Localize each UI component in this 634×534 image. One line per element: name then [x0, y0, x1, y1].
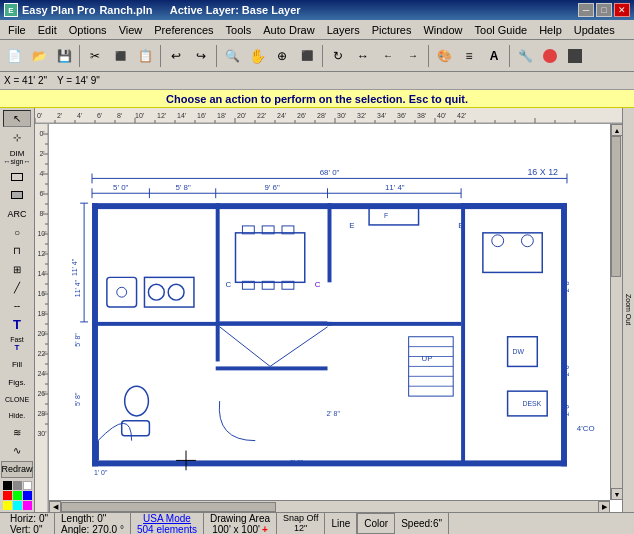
- menu-window[interactable]: Window: [417, 22, 468, 38]
- tb-save[interactable]: 💾: [52, 44, 76, 68]
- maximize-button[interactable]: □: [596, 3, 612, 17]
- tb-flip[interactable]: ↔: [351, 44, 375, 68]
- tool-window[interactable]: ⊞: [3, 260, 31, 277]
- menu-updates[interactable]: Updates: [568, 22, 621, 38]
- tool-fast-text[interactable]: FastT: [3, 334, 31, 354]
- svg-text:28': 28': [317, 112, 326, 119]
- scroll-v-track[interactable]: [611, 136, 621, 488]
- file-name: Ranch.pln: [99, 4, 152, 16]
- tool-fill[interactable]: Fill: [3, 356, 31, 373]
- svg-text:10': 10': [135, 112, 144, 119]
- menu-file[interactable]: File: [2, 22, 32, 38]
- tool-dim[interactable]: DIM↔sign↔: [3, 147, 31, 167]
- tb-node[interactable]: ⬛: [295, 44, 319, 68]
- tb-left[interactable]: ←: [376, 44, 400, 68]
- tool-figs[interactable]: Figs.: [3, 374, 31, 391]
- menu-edit[interactable]: Edit: [32, 22, 63, 38]
- vertical-ruler: 0' 2' 4' 6' 8' 10' 12' 14' 16' 18' 20' 2…: [35, 124, 49, 512]
- tool-redraw[interactable]: Redraw: [1, 461, 33, 478]
- tb-open[interactable]: 📂: [27, 44, 51, 68]
- svg-rect-127: [461, 203, 465, 464]
- horizontal-scrollbar[interactable]: ◀ ▶: [49, 500, 610, 512]
- tb-text[interactable]: A: [482, 44, 506, 68]
- menu-layers[interactable]: Layers: [321, 22, 366, 38]
- canvas-area[interactable]: 0' 2' 4' 6' 8' 10' 12' 14' 16' 18' 20' 2…: [35, 108, 622, 512]
- tb-zoom[interactable]: 🔍: [220, 44, 244, 68]
- tool-rect-open[interactable]: [3, 168, 31, 185]
- svg-text:12': 12': [157, 112, 166, 119]
- speed-label: Speed:: [401, 518, 433, 529]
- status-color-btn[interactable]: Color: [357, 513, 395, 534]
- tb-pattern[interactable]: ≡: [457, 44, 481, 68]
- line-label: Line: [331, 518, 350, 529]
- tool-arc[interactable]: ARC: [3, 205, 31, 222]
- color-red[interactable]: [3, 491, 12, 500]
- status-line: Line: [325, 513, 357, 534]
- menu-tools[interactable]: Tools: [220, 22, 258, 38]
- menu-options[interactable]: Options: [63, 22, 113, 38]
- svg-text:11' 4": 11' 4": [71, 258, 78, 276]
- color-cyan[interactable]: [13, 501, 22, 510]
- tb-new[interactable]: 📄: [2, 44, 26, 68]
- color-green[interactable]: [13, 491, 22, 500]
- tb-pan[interactable]: ✋: [245, 44, 269, 68]
- tb-cut[interactable]: ✂: [83, 44, 107, 68]
- menu-toolguide[interactable]: Tool Guide: [469, 22, 534, 38]
- color-white[interactable]: [23, 481, 32, 490]
- tb-rotate[interactable]: ↻: [326, 44, 350, 68]
- tb-copy[interactable]: ⬛: [108, 44, 132, 68]
- tool-door[interactable]: ⊓: [3, 242, 31, 259]
- menu-autodraw[interactable]: Auto Draw: [257, 22, 320, 38]
- tool-line[interactable]: ╱: [3, 279, 31, 296]
- tool-select-arrow[interactable]: ↖: [3, 110, 31, 127]
- tool-rect-solid[interactable]: [3, 187, 31, 204]
- scroll-left-button[interactable]: ◀: [49, 501, 61, 513]
- color-black[interactable]: [3, 481, 12, 490]
- scroll-h-track[interactable]: [61, 502, 598, 512]
- drawing-size: 100' x 100': [212, 524, 260, 535]
- tool-freehand[interactable]: ∿: [3, 442, 31, 459]
- menu-view[interactable]: View: [113, 22, 149, 38]
- tool-select-cross[interactable]: ⊹: [3, 128, 31, 145]
- vertical-scrollbar[interactable]: ▲ ▼: [610, 124, 622, 500]
- svg-text:2' 8": 2' 8": [563, 278, 570, 292]
- color-magenta[interactable]: [23, 501, 32, 510]
- color-yellow[interactable]: [3, 501, 12, 510]
- status-length-angle: Length: 0" Angle: 270.0 °: [55, 513, 131, 534]
- zoom-sidebar[interactable]: Zoom Out: [622, 108, 634, 512]
- tb-right[interactable]: →: [401, 44, 425, 68]
- scroll-down-button[interactable]: ▼: [611, 488, 622, 500]
- menu-preferences[interactable]: Preferences: [148, 22, 219, 38]
- close-button[interactable]: ✕: [614, 3, 630, 17]
- tb-select[interactable]: ⊕: [270, 44, 294, 68]
- tb-redo[interactable]: ↪: [189, 44, 213, 68]
- color-blue[interactable]: [23, 491, 32, 500]
- minimize-button[interactable]: ─: [578, 3, 594, 17]
- tool-hatch[interactable]: ≋: [3, 424, 31, 441]
- svg-rect-124: [328, 203, 332, 282]
- tb-paste[interactable]: 📋: [133, 44, 157, 68]
- tb-undo[interactable]: ↩: [164, 44, 188, 68]
- tb-snap[interactable]: [538, 44, 562, 68]
- horizontal-ruler: 0' 2' 4' 6' 8' 10' 12' 14' 16' 18' 20' 2…: [35, 108, 622, 124]
- status-usa-mode[interactable]: USA Mode 504 elements: [131, 513, 204, 534]
- main-area: ↖ ⊹ DIM↔sign↔ ARC ○ ⊓ ⊞ ╱ ╌ T FastT Fill…: [0, 108, 634, 512]
- menu-help[interactable]: Help: [533, 22, 568, 38]
- scroll-right-button[interactable]: ▶: [598, 501, 610, 513]
- svg-text:22': 22': [257, 112, 266, 119]
- tool-circle[interactable]: ○: [3, 224, 31, 241]
- scroll-h-thumb[interactable]: [61, 502, 276, 512]
- menu-pictures[interactable]: Pictures: [366, 22, 418, 38]
- tb-grid[interactable]: [563, 44, 587, 68]
- tool-text[interactable]: T: [3, 316, 31, 333]
- color-gray[interactable]: [13, 481, 22, 490]
- tb-settings[interactable]: 🔧: [513, 44, 537, 68]
- svg-text:14': 14': [177, 112, 186, 119]
- scroll-up-button[interactable]: ▲: [611, 124, 622, 136]
- tool-clone[interactable]: CLONE: [3, 392, 31, 407]
- scroll-v-thumb[interactable]: [611, 136, 621, 277]
- tb-color[interactable]: 🎨: [432, 44, 456, 68]
- drawing-canvas[interactable]: 68' 0" 5' 0" 5' 8" 9' 6" 11' 4": [49, 124, 610, 500]
- tool-hide[interactable]: Hide.: [3, 408, 31, 423]
- tool-dashed-line[interactable]: ╌: [3, 297, 31, 314]
